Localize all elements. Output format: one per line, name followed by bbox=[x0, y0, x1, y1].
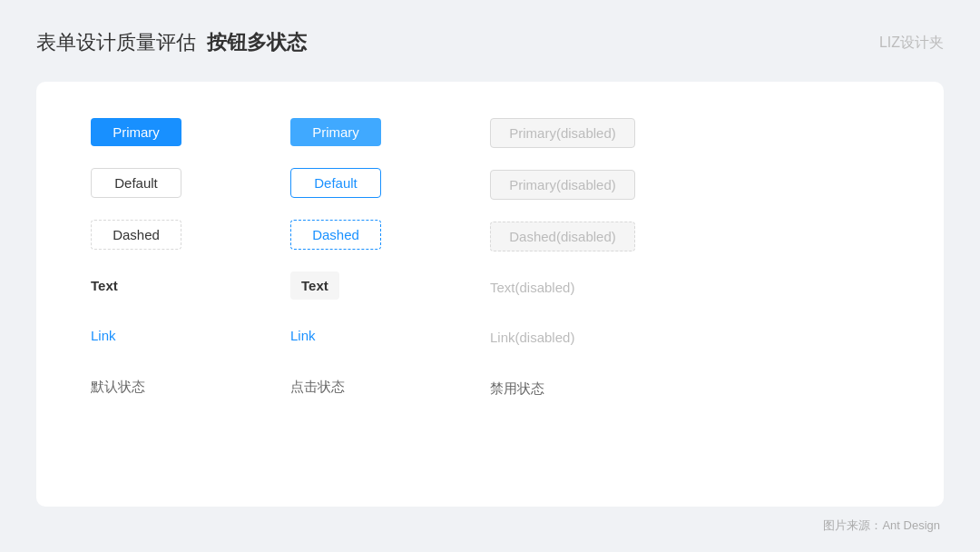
footer-credit: 图片来源：Ant Design bbox=[36, 518, 944, 534]
title-main: 按钮多状态 bbox=[207, 31, 307, 54]
btn-text-disabled: Text(disabled) bbox=[490, 273, 574, 301]
btn-primary-default[interactable]: Primary bbox=[91, 118, 181, 146]
col-label-disabled: 禁用状态 bbox=[490, 380, 544, 398]
page-container: 表单设计质量评估 按钮多状态 LIZ设计夹 Primary Default Da… bbox=[0, 0, 980, 552]
btn-primary-active[interactable]: Primary bbox=[290, 118, 381, 146]
credit-text: 图片来源：Ant Design bbox=[823, 518, 940, 532]
header: 表单设计质量评估 按钮多状态 LIZ设计夹 bbox=[36, 29, 944, 56]
btn-default-default[interactable]: Default bbox=[91, 168, 181, 198]
page-title: 表单设计质量评估 按钮多状态 bbox=[36, 29, 307, 56]
column-active: Primary Default Dashed Text Link 点击状态 bbox=[290, 118, 490, 396]
btn-text-default[interactable]: Text bbox=[91, 271, 118, 300]
column-default: Primary Default Dashed Text Link 默认状态 bbox=[91, 118, 290, 396]
btn-link-disabled: Link(disabled) bbox=[490, 323, 574, 351]
btn-dashed-disabled: Dashed(disabled) bbox=[490, 222, 635, 251]
column-disabled: Primary(disabled) Primary(disabled) Dash… bbox=[490, 118, 690, 398]
btn-link-active[interactable]: Link bbox=[290, 321, 316, 350]
col-label-active: 点击状态 bbox=[290, 379, 345, 396]
btn-dashed-active[interactable]: Dashed bbox=[290, 220, 381, 250]
btn-primary-disabled: Primary(disabled) bbox=[490, 118, 635, 148]
btn-text-active[interactable]: Text bbox=[290, 271, 339, 300]
col-label-default: 默认状态 bbox=[91, 379, 145, 396]
btn-link-default[interactable]: Link bbox=[91, 321, 116, 350]
brand-label: LIZ设计夹 bbox=[879, 34, 944, 53]
btn-default-disabled: Primary(disabled) bbox=[490, 170, 635, 200]
button-grid: Primary Default Dashed Text Link 默认状态 Pr… bbox=[91, 118, 889, 470]
title-prefix: 表单设计质量评估 bbox=[36, 31, 196, 54]
main-card: Primary Default Dashed Text Link 默认状态 Pr… bbox=[36, 82, 944, 507]
btn-default-active[interactable]: Default bbox=[290, 168, 381, 198]
btn-dashed-default[interactable]: Dashed bbox=[91, 220, 181, 250]
